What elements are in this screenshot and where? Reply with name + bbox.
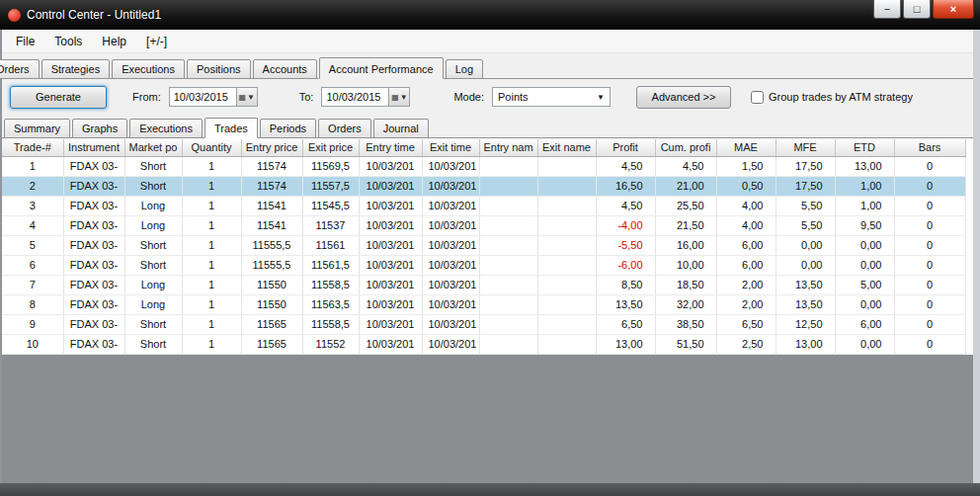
table-cell[interactable]: 2,50 (716, 334, 776, 354)
table-cell[interactable]: 21,50 (655, 215, 716, 235)
table-cell[interactable]: 11565 (241, 334, 302, 354)
column-header-bars[interactable]: Bars (894, 139, 965, 156)
table-cell[interactable]: Short (124, 176, 182, 196)
table-cell[interactable]: 10/03/201 (422, 196, 479, 215)
table-cell[interactable]: 10/03/201 (359, 235, 422, 255)
table-cell[interactable] (537, 156, 596, 176)
table-cell[interactable]: 11558,5 (302, 314, 359, 334)
table-cell[interactable]: 6,50 (716, 314, 776, 334)
table-cell[interactable]: 11569,5 (302, 156, 359, 176)
table-cell[interactable] (537, 314, 596, 334)
table-cell[interactable]: 2,00 (716, 275, 776, 294)
table-cell[interactable]: 10/03/201 (422, 255, 479, 275)
table-cell[interactable]: 10/03/201 (422, 176, 479, 196)
table-cell[interactable]: 10/03/201 (422, 275, 479, 294)
table-cell[interactable]: 16,00 (655, 235, 716, 255)
table-cell[interactable]: 13,50 (776, 275, 835, 294)
table-cell[interactable]: 13,00 (776, 334, 835, 354)
table-cell[interactable]: 10/03/201 (359, 156, 422, 176)
table-cell[interactable]: 1 (182, 314, 241, 334)
table-cell[interactable]: 1 (182, 294, 241, 314)
table-cell[interactable]: 0,50 (716, 176, 776, 196)
subtab-orders[interactable]: Orders (318, 119, 371, 138)
table-cell[interactable]: 2 (2, 176, 63, 196)
table-cell[interactable]: 0,00 (835, 294, 894, 314)
to-date-dropdown-button[interactable]: ▦▼ (388, 87, 410, 107)
table-cell[interactable] (537, 235, 596, 255)
table-cell[interactable] (479, 294, 537, 314)
table-cell[interactable] (479, 156, 537, 176)
column-header-exit-time[interactable]: Exit time (422, 139, 479, 156)
minimize-button[interactable]: − (873, 0, 901, 19)
table-cell[interactable]: 11555,5 (241, 255, 302, 275)
column-header-instrument[interactable]: Instrument (63, 139, 124, 156)
table-row[interactable]: 4FDAX 03-Long1115411153710/03/20110/03/2… (2, 215, 965, 235)
subtab-trades[interactable]: Trades (204, 118, 258, 138)
column-header-entry-nam[interactable]: Entry nam (479, 139, 537, 156)
table-row[interactable]: 9FDAX 03-Short11156511558,510/03/20110/0… (2, 314, 965, 334)
table-cell[interactable]: 10/03/201 (359, 314, 422, 334)
tab-accounts[interactable]: Accounts (253, 59, 317, 79)
table-cell[interactable]: 10/03/201 (359, 196, 422, 215)
table-cell[interactable]: 1 (182, 275, 241, 294)
column-header-mfe[interactable]: MFE (776, 139, 835, 156)
advanced-button[interactable]: Advanced >> (636, 86, 731, 109)
table-cell[interactable]: FDAX 03- (63, 196, 124, 215)
table-cell[interactable]: 11561 (302, 235, 359, 255)
to-date-input[interactable] (321, 87, 388, 107)
maximize-button[interactable]: □ (903, 0, 931, 19)
table-row[interactable]: 2FDAX 03-Short11157411557,510/03/20110/0… (2, 176, 965, 196)
table-cell[interactable]: 1 (2, 156, 63, 176)
table-cell[interactable]: 10/03/201 (422, 215, 479, 235)
table-cell[interactable]: Short (124, 334, 182, 354)
table-cell[interactable] (537, 275, 596, 294)
table-cell[interactable]: Short (124, 314, 182, 334)
table-cell[interactable]: 9,50 (835, 215, 894, 235)
table-cell[interactable]: 16,50 (596, 176, 655, 196)
table-cell[interactable]: 6,50 (596, 314, 655, 334)
table-cell[interactable]: 21,00 (655, 176, 716, 196)
table-cell[interactable] (479, 275, 537, 294)
table-cell[interactable]: 0,00 (835, 235, 894, 255)
table-cell[interactable]: 0 (894, 176, 965, 196)
table-cell[interactable] (479, 334, 537, 354)
table-cell[interactable]: 1 (182, 215, 241, 235)
table-cell[interactable]: 32,00 (655, 294, 716, 314)
table-cell[interactable]: FDAX 03- (63, 275, 124, 294)
table-cell[interactable]: 1 (182, 255, 241, 275)
table-cell[interactable]: 0 (894, 294, 965, 314)
table-cell[interactable]: FDAX 03- (63, 314, 124, 334)
column-header-market-po[interactable]: Market po (124, 139, 182, 156)
column-header-mae[interactable]: MAE (716, 139, 776, 156)
table-cell[interactable]: FDAX 03- (63, 176, 124, 196)
table-cell[interactable]: 11541 (241, 196, 302, 215)
table-cell[interactable]: 12,50 (776, 314, 835, 334)
table-cell[interactable]: Short (124, 255, 182, 275)
table-cell[interactable]: 0,00 (776, 255, 835, 275)
column-header-profit[interactable]: Profit (596, 139, 655, 156)
subtab-graphs[interactable]: Graphs (72, 119, 127, 138)
mode-select[interactable]: Points ▼ (492, 87, 611, 107)
table-cell[interactable] (479, 255, 537, 275)
table-cell[interactable]: 10 (2, 334, 63, 354)
tab-orders[interactable]: Orders (0, 59, 40, 79)
tab-log[interactable]: Log (446, 59, 483, 79)
table-cell[interactable]: 0 (894, 275, 965, 294)
table-cell[interactable]: 1,00 (835, 196, 894, 215)
table-cell[interactable]: 11558,5 (302, 275, 359, 294)
table-cell[interactable]: 1,50 (716, 156, 776, 176)
table-cell[interactable]: FDAX 03- (63, 235, 124, 255)
table-cell[interactable] (479, 215, 537, 235)
menu-tools[interactable]: Tools (44, 32, 92, 51)
table-cell[interactable]: 3 (2, 196, 63, 215)
table-cell[interactable]: 0,00 (776, 235, 835, 255)
table-cell[interactable]: 0 (894, 235, 965, 255)
table-cell[interactable]: 8 (2, 294, 63, 314)
table-cell[interactable]: Long (124, 215, 182, 235)
tab-account-performance[interactable]: Account Performance (319, 57, 444, 79)
column-header-cum-profi[interactable]: Cum. profi (655, 139, 716, 156)
table-cell[interactable]: 11541 (241, 215, 302, 235)
table-cell[interactable]: 6,00 (716, 255, 776, 275)
title-bar[interactable]: Control Center - Untitled1 − □ × (0, 0, 980, 30)
column-header-entry-time[interactable]: Entry time (359, 139, 422, 156)
